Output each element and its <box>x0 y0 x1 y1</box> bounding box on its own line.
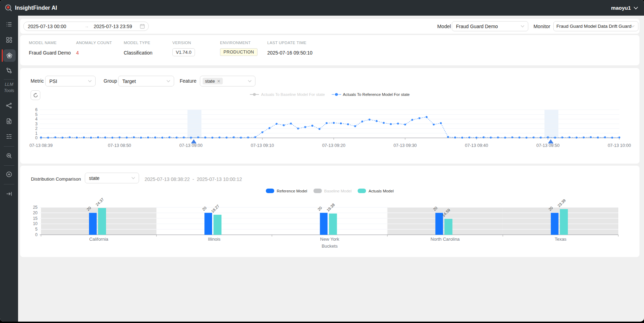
sidebar-item-list[interactable] <box>0 18 18 31</box>
data-point[interactable] <box>440 122 442 124</box>
data-point[interactable] <box>276 123 278 125</box>
data-point[interactable] <box>590 136 592 138</box>
data-point[interactable] <box>547 136 549 139</box>
data-point[interactable] <box>461 137 463 139</box>
sidebar-item-file-explorer[interactable] <box>0 115 18 127</box>
data-point[interactable] <box>411 119 413 121</box>
data-point[interactable] <box>176 136 178 139</box>
data-point[interactable] <box>233 136 235 139</box>
data-point[interactable] <box>204 136 206 139</box>
data-point[interactable] <box>397 123 399 125</box>
data-point[interactable] <box>611 136 613 139</box>
data-point[interactable] <box>197 136 199 139</box>
data-point[interactable] <box>326 122 328 124</box>
data-point[interactable] <box>112 136 114 139</box>
model-select[interactable]: Fraud Guard Demo <box>452 21 528 31</box>
data-point[interactable] <box>283 124 285 126</box>
monitor-select[interactable]: Fraud Guard Model Data Drift Guard <box>553 21 638 31</box>
data-point[interactable] <box>561 136 563 139</box>
data-point[interactable] <box>183 136 185 139</box>
data-point[interactable] <box>404 124 406 126</box>
data-point[interactable] <box>383 122 385 124</box>
data-point[interactable] <box>497 136 499 139</box>
data-point[interactable] <box>318 128 320 130</box>
data-point[interactable] <box>525 136 528 139</box>
data-point[interactable] <box>304 126 306 128</box>
data-point[interactable] <box>54 136 56 139</box>
data-point[interactable] <box>361 121 364 123</box>
data-point[interactable] <box>519 136 521 139</box>
data-point[interactable] <box>433 124 435 126</box>
data-point[interactable] <box>147 136 149 139</box>
reference-bar[interactable] <box>320 213 328 235</box>
data-point[interactable] <box>190 136 192 139</box>
sidebar-item-pipelines[interactable] <box>0 99 18 112</box>
sidebar-item-collapse[interactable] <box>0 188 18 200</box>
sidebar-item-add[interactable] <box>0 168 18 181</box>
data-point[interactable] <box>340 122 342 124</box>
data-point[interactable] <box>76 136 78 139</box>
data-point[interactable] <box>475 136 478 139</box>
data-point[interactable] <box>154 136 156 139</box>
data-point[interactable] <box>576 136 578 139</box>
sidebar-item-search[interactable] <box>0 149 18 162</box>
actuals-bar[interactable] <box>560 209 568 235</box>
data-point[interactable] <box>390 123 392 125</box>
data-point[interactable] <box>454 136 456 139</box>
data-point[interactable] <box>47 137 49 139</box>
actuals-bar[interactable] <box>445 219 453 235</box>
reference-bar[interactable] <box>551 213 559 235</box>
reference-bar[interactable] <box>204 213 212 235</box>
reference-bar[interactable] <box>89 213 97 235</box>
data-point[interactable] <box>83 136 85 139</box>
data-point[interactable] <box>511 136 513 139</box>
data-point[interactable] <box>533 136 535 139</box>
data-point[interactable] <box>211 137 213 139</box>
data-point[interactable] <box>104 136 106 139</box>
data-point[interactable] <box>297 127 299 130</box>
sidebar-item-compare[interactable] <box>0 64 18 77</box>
user-menu[interactable]: maoyu1 <box>611 0 638 16</box>
data-point[interactable] <box>97 136 99 139</box>
data-point[interactable] <box>169 136 171 139</box>
data-point[interactable] <box>226 136 228 139</box>
sidebar-item-hierarchy[interactable] <box>0 130 18 143</box>
brand[interactable]: InsightFinder AI <box>5 4 57 12</box>
data-point[interactable] <box>261 131 263 133</box>
data-point[interactable] <box>597 136 599 139</box>
data-point[interactable] <box>554 136 556 139</box>
sidebar-item-dashboard[interactable] <box>0 34 18 46</box>
data-point[interactable] <box>447 136 449 138</box>
data-point[interactable] <box>269 127 271 129</box>
data-point[interactable] <box>368 119 370 121</box>
data-point[interactable] <box>161 137 163 139</box>
date-start[interactable]: 2025-07-13 00:00 <box>28 24 66 29</box>
data-point[interactable] <box>540 136 542 139</box>
data-point[interactable] <box>311 125 313 127</box>
data-point[interactable] <box>119 136 121 139</box>
data-point[interactable] <box>426 116 428 118</box>
data-point[interactable] <box>583 136 585 139</box>
data-point[interactable] <box>354 125 356 127</box>
data-point[interactable] <box>290 123 292 125</box>
actuals-bar[interactable] <box>213 215 221 235</box>
data-point[interactable] <box>347 123 349 125</box>
data-point[interactable] <box>490 136 492 139</box>
date-range-picker[interactable]: 2025-07-13 00:00 → 2025-07-13 23:59 <box>23 22 149 31</box>
data-point[interactable] <box>468 136 471 139</box>
data-point[interactable] <box>126 136 128 139</box>
data-point[interactable] <box>254 136 256 138</box>
data-point[interactable] <box>40 136 42 139</box>
data-point[interactable] <box>219 136 221 139</box>
data-point[interactable] <box>483 136 485 139</box>
actuals-bar[interactable] <box>98 208 106 235</box>
sidebar-item-models[interactable] <box>0 49 18 62</box>
data-point[interactable] <box>247 136 249 139</box>
data-point[interactable] <box>62 136 64 139</box>
data-point[interactable] <box>90 137 92 139</box>
data-point[interactable] <box>418 117 421 119</box>
data-point[interactable] <box>376 120 378 122</box>
data-point[interactable] <box>140 136 142 139</box>
data-point[interactable] <box>68 136 71 138</box>
data-point[interactable] <box>568 136 570 139</box>
